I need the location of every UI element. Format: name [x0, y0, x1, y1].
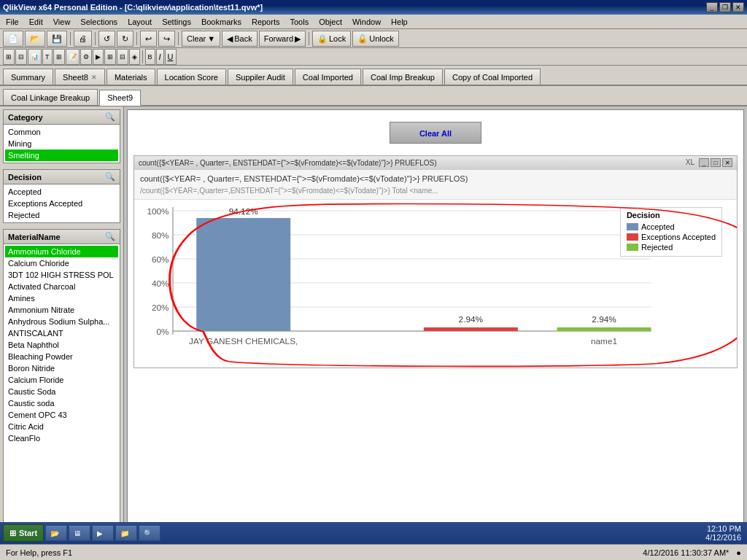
sidebar-category-smelting[interactable]: Smelting [5, 149, 118, 161]
tab-coal-imported[interactable]: Coal Imported [295, 69, 361, 85]
sidebar-decision-accepted[interactable]: Accepted [5, 186, 118, 198]
legend-color-rejected [627, 244, 638, 251]
toolbar2-btn-11[interactable]: ◈ [129, 49, 140, 65]
window-title: QlikView x64 Personal Edition - [C:\qlik… [3, 3, 263, 12]
menu-help[interactable]: Help [387, 16, 412, 28]
sidebar-material-cement[interactable]: Cement OPC 43 [5, 409, 118, 421]
materialname-search-icon[interactable]: 🔍 [105, 232, 115, 241]
sidebar-material-amines[interactable]: Amines [5, 292, 118, 304]
tab-copy-coal-imported[interactable]: Copy of Coal Imported [444, 69, 541, 85]
toolbar2-btn-9[interactable]: ⊞ [104, 49, 116, 65]
toolbar2-btn-3[interactable]: 📊 [28, 49, 42, 65]
menu-object[interactable]: Object [314, 16, 347, 28]
back-button[interactable]: ◀ Back [222, 31, 257, 47]
sidebar-material-citric-acid[interactable]: Citric Acid [5, 421, 118, 432]
menu-file[interactable]: File [1, 16, 23, 28]
toolbar2-format-3[interactable]: U [165, 49, 177, 65]
tab-coal-linkage[interactable]: Coal Linkage Breakup [3, 89, 98, 105]
toolbar2-btn-7[interactable]: ⚙ [80, 49, 92, 65]
tab-supplier-audit[interactable]: Suppiler Audit [228, 69, 293, 85]
start-button[interactable]: ⊞ Start [3, 524, 44, 542]
sidebar-material-3dt[interactable]: 3DT 102 HIGH STRESS POL [5, 269, 118, 281]
menu-layout[interactable]: Layout [123, 16, 156, 28]
undo-button[interactable]: ↩ [140, 31, 157, 47]
sidebar-material-caustic-soda[interactable]: Caustic soda [5, 397, 118, 409]
sidebar-material-ammonium-chloride[interactable]: Ammonium Chloride [5, 246, 118, 257]
lock-button[interactable]: 🔒 Lock [312, 31, 351, 47]
toolbar2-btn-2[interactable]: ⊟ [15, 49, 27, 65]
sidebar-material-beta-naphthol[interactable]: Beta Naphthol [5, 339, 118, 351]
taskbar-item-1[interactable]: 📂 [45, 525, 67, 541]
toolbar2-format-2[interactable]: I [156, 49, 164, 65]
menu-window[interactable]: Window [348, 16, 385, 28]
chart-panel: count({$<YEAR= , Quarter=, ENSTEHDAT={">… [133, 155, 738, 368]
bar-rejected[interactable] [557, 327, 651, 331]
chart-minimize-btn[interactable]: _ [699, 158, 709, 167]
taskbar-item-2[interactable]: 🖥 [69, 525, 90, 541]
sidebar-material-calcium-floride[interactable]: Calcium Floride [5, 374, 118, 386]
minimize-button[interactable]: _ [706, 2, 718, 12]
toolbar2-btn-10[interactable]: ⊟ [117, 49, 128, 65]
sidebar-material-activated-charcoal[interactable]: Activated Charcoal [5, 281, 118, 292]
sidebar-category-common[interactable]: Common [5, 126, 118, 138]
clear-all-button[interactable]: Clear All [390, 122, 481, 144]
taskbar-item-5[interactable]: 🔍 [139, 525, 160, 541]
menu-edit[interactable]: Edit [25, 16, 47, 28]
bar-accepted[interactable] [196, 218, 290, 331]
print-button[interactable]: 🖨 [74, 31, 92, 47]
sidebar-material-boron-nitride[interactable]: Boron Nitride [5, 362, 118, 374]
new-button[interactable]: 📄 [3, 31, 23, 47]
tab-sheet9[interactable]: Sheet9 [99, 90, 141, 106]
menu-selections[interactable]: Selections [76, 16, 122, 28]
restore-button[interactable]: ❐ [719, 2, 731, 12]
menu-bookmarks[interactable]: Bookmarks [197, 16, 246, 28]
forward-button[interactable]: Forward ▶ [259, 31, 306, 47]
menu-tools[interactable]: Tools [285, 16, 313, 28]
tab-materials[interactable]: Materials [107, 69, 155, 85]
toolbar2-btn-5[interactable]: ⊞ [53, 49, 65, 65]
open-button[interactable]: 📂 [25, 31, 45, 47]
sidebar-decision-exceptions[interactable]: Exceptions Accepted [5, 198, 118, 209]
reload-button[interactable]: ↺ [98, 31, 115, 47]
bar-exceptions[interactable] [424, 327, 518, 331]
tab-location-score[interactable]: Location Score [157, 69, 226, 85]
toolbar2-sep [142, 50, 143, 63]
taskbar-item-3[interactable]: ▶ [92, 525, 114, 541]
redo-button[interactable]: ↪ [158, 31, 175, 47]
decision-search-icon[interactable]: 🔍 [105, 172, 115, 182]
toolbar2-btn-1[interactable]: ⊞ [3, 49, 15, 65]
tab-sheet8[interactable]: Sheet8 ✕ [55, 69, 105, 85]
sidebar-material-anhydrous[interactable]: Anhydrous Sodium Sulpha... [5, 316, 118, 327]
toolbar2-btn-4[interactable]: T [42, 49, 53, 65]
tab-materials-label: Materials [115, 73, 147, 82]
sidebar-decision-rejected[interactable]: Rejected [5, 209, 118, 221]
svg-text:name1: name1 [591, 337, 617, 346]
taskbar-item-4[interactable]: 📁 [115, 525, 137, 541]
partial-reload-button[interactable]: ↻ [117, 31, 133, 47]
menu-settings[interactable]: Settings [158, 16, 196, 28]
menu-view[interactable]: View [49, 16, 75, 28]
chart-close-btn[interactable]: ✕ [722, 158, 732, 167]
tab-summary[interactable]: Summary [3, 69, 53, 85]
tab-coal-imp-breakup[interactable]: Coal Imp Breakup [363, 69, 443, 85]
category-search-icon[interactable]: 🔍 [105, 112, 115, 122]
clear-button[interactable]: Clear ▼ [182, 31, 220, 47]
sidebar-material-cleanflo[interactable]: CleanFlo [5, 432, 118, 444]
status-help-text: For Help, press F1 [6, 548, 72, 557]
svg-text:80%: 80% [152, 231, 169, 240]
toolbar2-format-1[interactable]: B [145, 49, 155, 65]
sidebar-material-calcium-chloride[interactable]: Calcium Chloride [5, 257, 118, 269]
toolbar2-btn-6[interactable]: 📝 [66, 49, 80, 65]
sidebar-material-caustic-soda-cap[interactable]: Caustic Soda [5, 386, 118, 397]
toolbar2-btn-8[interactable]: ▶ [93, 49, 104, 65]
sidebar-category-mining[interactable]: Mining [5, 138, 118, 149]
menu-reports[interactable]: Reports [247, 16, 285, 28]
sidebar-material-ammonium-nitrate[interactable]: Ammonium Nitrate [5, 304, 118, 316]
close-button[interactable]: ✕ [732, 2, 744, 12]
unlock-button[interactable]: 🔓 Unlock [352, 31, 399, 47]
sidebar-material-bleaching-powder[interactable]: Bleaching Powder [5, 351, 118, 362]
sidebar-material-antiscalant[interactable]: ANTISCALANT [5, 327, 118, 339]
chart-restore-btn[interactable]: □ [711, 158, 721, 167]
tab-sheet8-close[interactable]: ✕ [91, 74, 97, 81]
save-button[interactable]: 💾 [47, 31, 67, 47]
